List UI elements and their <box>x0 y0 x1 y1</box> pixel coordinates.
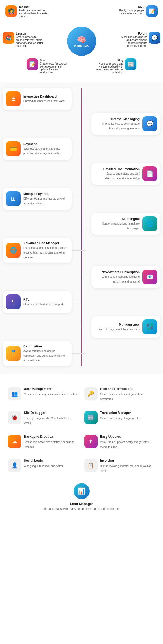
internal-messaging-text: Internal Messaging Interactive chat to c… <box>95 117 140 131</box>
blog-text: Blog Keep your users and visitors update… <box>94 58 123 74</box>
role-permissions-text: Role and Permissions Create different ro… <box>100 387 155 401</box>
detailed-docs-text: Detailed Documentation Easy to understan… <box>95 167 140 180</box>
bottom-backup-dropbox: ☁ Backup to Dropbox Create application a… <box>5 430 82 454</box>
multilingual-text: Multilingual Supports translations in mu… <box>95 217 140 230</box>
connector-5 <box>72 199 86 199</box>
bottom-social-login: 👤 Social Login With google, facebook and… <box>5 454 82 478</box>
multicurrency-card: 💱 Multicurrency Switch to major availabl… <box>91 316 160 338</box>
certification-icon: 🏅 <box>6 346 21 361</box>
connector-8 <box>77 277 91 277</box>
forum-text: Forum Allow users to discuss and share a… <box>118 32 147 47</box>
multicurrency-icon: 💱 <box>142 319 157 334</box>
social-login-icon: 👤 <box>8 459 21 472</box>
interactive-dashboard-icon: 🖥 <box>6 91 21 106</box>
connector-9 <box>72 302 86 302</box>
lesson-text: Lesson Create lessons for course with te… <box>16 32 45 47</box>
timeline-line <box>81 88 82 366</box>
features-section: 🖥 Interactive Dashboard Curated dashboar… <box>0 82 163 374</box>
invoicing-icon: 📋 <box>84 459 98 472</box>
blog-icon: 📰 <box>125 58 136 70</box>
bottom-translation-manager: 🔤 Translation Manager Create and manage … <box>82 406 158 430</box>
lead-manager-icon: 📊 <box>74 483 90 499</box>
orbit-lesson: 📚 Lesson Create lessons for course with … <box>3 32 45 47</box>
top-diagram: 👩‍🏫 Teacher Easily manage teachers and a… <box>0 0 163 82</box>
multilingual-card: 🌐 Multilingual Supports translations in … <box>91 213 160 235</box>
connector-6 <box>77 224 91 224</box>
rtl-icon: ¶ <box>6 294 21 309</box>
site-debugger-icon: 🐞 <box>8 411 21 424</box>
payment-card: 💳 Payment Supports paypal and stripe als… <box>3 138 72 160</box>
backup-dropbox-icon: ☁ <box>8 435 21 448</box>
brand-name: Neon LMS <box>74 44 89 47</box>
brand-circle: 🧠 Neon LMS <box>67 27 96 56</box>
teacher-text: Teacher Easily manage teachers and allow… <box>19 5 48 18</box>
connector-1 <box>72 99 86 99</box>
cms-text: CMS Easily manage pages with advanced cm… <box>115 5 144 15</box>
payment-icon: 💳 <box>6 141 21 156</box>
bottom-user-management: 👥 User Management Create and manage user… <box>5 382 82 406</box>
connector-3 <box>72 149 86 149</box>
translation-manager-text: Translation Manager Create and manage la… <box>100 411 141 420</box>
role-permissions-icon: 🔑 <box>84 387 98 400</box>
orbit-forum: 💬 Forum Allow users to discuss and share… <box>118 32 160 47</box>
orbit-test: 📝 Test Create tests for course with ques… <box>27 58 69 74</box>
site-debugger-text: Site Debugger Keep eye on your site. Che… <box>24 411 79 425</box>
easy-updates-icon: ⬆ <box>84 435 98 448</box>
internal-messaging-card: 💬 Internal Messaging Interactive chat to… <box>91 113 160 135</box>
connector-7 <box>72 250 86 251</box>
connector-10 <box>77 327 91 327</box>
orbit-teacher: 👩‍🏫 Teacher Easily manage teachers and a… <box>5 5 48 18</box>
multicurrency-text: Multicurrency Switch to major available … <box>97 323 140 331</box>
brain-icon: 🧠 <box>77 35 86 44</box>
invoicing-text: Invoicing Built-in invoice generator for… <box>100 459 155 473</box>
connector-4 <box>77 174 91 174</box>
certification-text: Certification Award certificate on cours… <box>23 344 68 363</box>
translation-manager-icon: 🔤 <box>84 411 98 424</box>
orbit-cms: 📝 CMS Easily manage pages with advanced … <box>115 5 158 17</box>
connector-2 <box>77 124 91 124</box>
multiple-layouts-card: ⊞ Multiple Layouts Different Homepage la… <box>3 188 72 210</box>
advanced-site-text: Advanced Site Manager Easily manage page… <box>23 241 68 259</box>
bottom-role-permissions: 🔑 Role and Permissions Create different … <box>82 382 158 406</box>
backup-dropbox-text: Backup to Dropbox Create application and… <box>24 435 79 449</box>
interactive-dashboard-text: Interactive Dashboard Curated dashboard … <box>23 95 65 103</box>
internal-messaging-icon: 💬 <box>142 116 157 131</box>
multiple-layouts-icon: ⊞ <box>6 191 21 206</box>
multiple-layouts-text: Multiple Layouts Different Homepage layo… <box>23 192 68 205</box>
cms-icon: 📝 <box>146 5 158 17</box>
orbit-blog: 📰 Blog Keep your users and visitors upda… <box>94 58 136 74</box>
payment-text: Payment Supports paypal and stripe also … <box>23 142 68 155</box>
newsletters-icon: 📧 <box>142 270 157 284</box>
certification-card: 🏅 Certification Award certificate on cou… <box>3 341 72 366</box>
detailed-docs-card: 📄 Detailed Documentation Easy to underst… <box>91 163 160 185</box>
rtl-text: RTL Clean and dedicated RTL support <box>23 298 63 306</box>
bottom-site-debugger: 🐞 Site Debugger Keep eye on your site. C… <box>5 406 82 430</box>
newsletters-card: 📧 Newsletters Subscription supports user… <box>91 266 160 288</box>
social-login-text: Social Login With google, facebook and t… <box>24 459 63 468</box>
multilingual-icon: 🌐 <box>142 216 157 231</box>
forum-icon: 💬 <box>149 32 160 44</box>
advanced-site-icon: 🌐 <box>6 243 21 258</box>
user-management-text: User Management Create and manage users … <box>24 387 77 396</box>
lead-manager-text: Lead Manager Manage leads with ready set… <box>43 501 120 511</box>
test-text: Test Create tests for course with questi… <box>40 58 69 74</box>
rtl-card: ¶ RTL Clean and dedicated RTL support <box>3 291 72 313</box>
bottom-invoicing: 📋 Invoicing Built-in invoice generator f… <box>82 454 158 478</box>
bottom-easy-updates: ⬆ Easy Updates Install theme updates eas… <box>82 430 158 454</box>
timeline: 🖥 Interactive Dashboard Curated dashboar… <box>3 88 160 366</box>
interactive-dashboard-card: 🖥 Interactive Dashboard Curated dashboar… <box>3 88 72 110</box>
lesson-icon: 📚 <box>3 32 14 44</box>
connector-11 <box>72 353 86 354</box>
bottom-grid: 👥 User Management Create and manage user… <box>5 382 158 478</box>
easy-updates-text: Easy Updates Install theme updates easil… <box>100 435 155 449</box>
test-icon: 📝 <box>27 58 38 70</box>
detailed-docs-icon: 📄 <box>142 166 157 181</box>
advanced-site-card: 🌐 Advanced Site Manager Easily manage pa… <box>3 238 72 263</box>
newsletters-text: Newsletters Subscription supports user s… <box>95 270 140 284</box>
lead-manager: 📊 Lead Manager Manage leads with ready s… <box>5 478 158 516</box>
user-management-icon: 👥 <box>8 387 21 400</box>
bottom-section: 👥 User Management Create and manage user… <box>0 374 163 524</box>
teacher-icon: 👩‍🏫 <box>5 5 17 17</box>
